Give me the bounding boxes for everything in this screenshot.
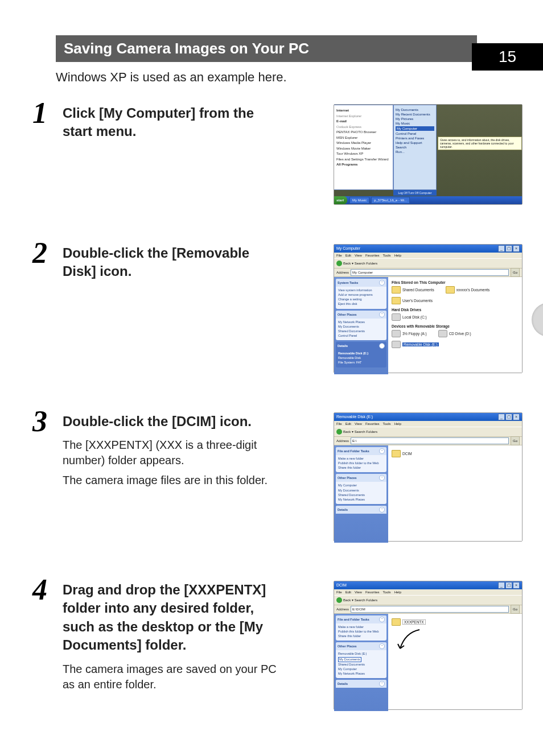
folder-icon [446,286,455,294]
section-title: Saving Camera Images on Your PC [56,35,477,62]
manual-page: 15 Saving Camera Images on Your PC Windo… [0,35,543,756]
menu-bar: FileEditViewFavoritesToolsHelp [334,589,522,595]
step-number: 1 [28,96,51,130]
xxxpentx-folder: XXXPENTX [402,619,426,625]
step-heading: Double-click the [DCIM] icon. [63,412,285,431]
start-menu-left-column: Internet Internet Explorer E-mail Outloo… [334,105,393,190]
window-buttons: _▢× [497,413,520,421]
step-number: 3 [28,404,51,438]
step-number: 2 [28,236,51,270]
tasks-pane: File and Folder Tasks˄Make a new folderP… [334,445,388,543]
address-bar: AddressMy ComputerGo [334,268,522,277]
start-button: start [334,196,347,204]
screenshot-my-computer: My Computer_▢× FileEditViewFavoritesTool… [334,244,523,373]
folder-icon [392,618,401,626]
my-computer-selected: My Computer [396,126,434,131]
folder-icon [392,450,401,457]
step-2: 2 Double-click the [Removable Disk] icon… [56,244,488,386]
screenshot-dcim-folder: DCIM_▢× FileEditViewFavoritesToolsHelp B… [334,581,523,710]
drive-icon [392,313,401,321]
removable-disk-icon [392,341,401,348]
tooltip: Gives access to, and information about, … [438,137,522,150]
address-bar: AddressE:\DCIMGo [334,605,522,614]
taskbar: start My Music p_575kul_16_e - Mi... [334,196,522,204]
drag-target-highlight: My Documents [338,657,361,662]
step-number: 4 [28,573,51,606]
removable-disk-selected: Removable Disk (E:) [402,342,439,346]
back-icon [336,597,342,603]
screenshot-start-menu: Internet Internet Explorer E-mail Outloo… [334,104,523,205]
step-3: 3 Double-click the [DCIM] icon. The [XXX… [56,412,488,555]
step-body: The [XXXPENTX] (XXX is a three-digit num… [63,437,285,468]
side-tab-marker [532,303,543,337]
content-pane: Files Stored on This Computer Shared Doc… [388,277,522,374]
window-buttons: _▢× [497,581,520,589]
logoff-bar: Log Off Turn Off Computer [393,190,437,196]
tasks-pane: System Tasks˄View system informationAdd … [334,277,388,374]
drag-arrow-icon [397,627,425,655]
cd-icon [438,330,447,337]
toolbar: Back ▾ Search Folders [334,427,522,437]
toolbar: Back ▾ Search Folders [334,258,522,268]
step-body: The camera images are saved on your PC a… [63,662,285,692]
menu-bar: FileEditViewFavoritesToolsHelp [334,421,522,427]
step-body: The camera image files are in this folde… [63,473,285,488]
window-buttons: _▢× [497,245,520,253]
back-icon [336,261,342,266]
step-1: 1 Click [My Computer] from the start men… [56,104,488,218]
folder-icon [392,286,401,294]
content-pane: XXXPENTX [388,614,522,711]
step-heading: Drag and drop the [XXXPENTX] folder into… [63,581,285,655]
start-menu-right-column: My Documents My Recent Documents My Pict… [393,105,437,190]
page-number: 15 [472,43,543,71]
dcim-folder: DCIM [402,452,412,456]
toolbar: Back ▾ Search Folders [334,595,522,605]
back-icon [336,429,342,435]
floppy-icon [392,330,401,337]
address-bar: AddressE:\Go [334,437,522,445]
menu-bar: FileEditViewFavoritesToolsHelp [334,253,522,258]
step-heading: Click [My Computer] from the start menu. [63,104,285,141]
step-heading: Double-click the [Removable Disk] icon. [63,244,285,281]
content-pane: DCIM [388,445,522,543]
screenshot-removable-disk: Removable Disk (E:)_▢× FileEditViewFavor… [334,412,523,542]
folder-icon [392,297,401,304]
tasks-pane: File and Folder Tasks˄Make a new folderP… [334,614,388,711]
intro-text: Windows XP is used as an example here. [56,70,543,85]
step-4: 4 Drag and drop the [XXXPENTX] folder in… [56,581,488,729]
